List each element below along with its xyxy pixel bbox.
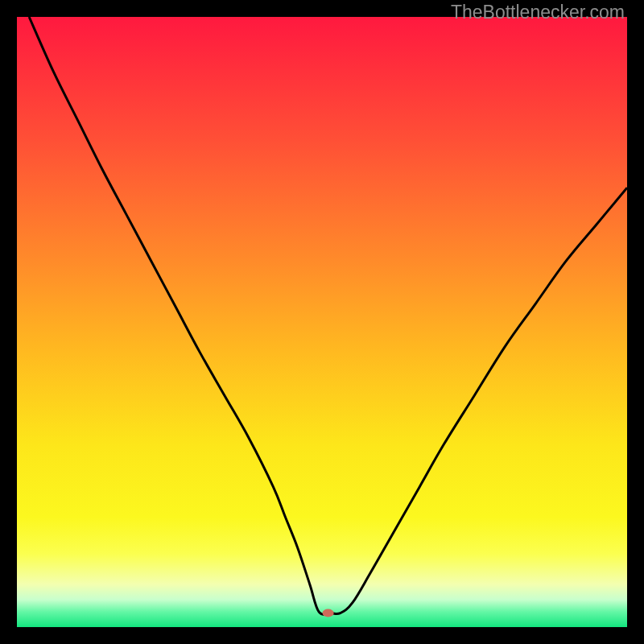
bottleneck-chart <box>17 17 627 627</box>
optimal-point-marker <box>323 609 334 617</box>
watermark-text: TheBottlenecker.com <box>451 2 625 23</box>
gradient-background <box>17 17 627 627</box>
chart-frame: TheBottlenecker.com <box>0 0 644 644</box>
